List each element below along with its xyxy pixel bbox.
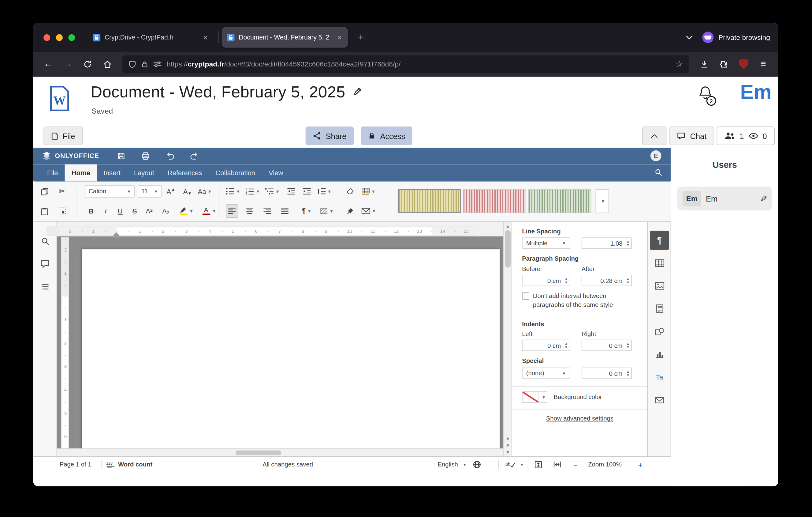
align-right-icon[interactable]	[261, 204, 273, 218]
style-preview-heading2[interactable]	[528, 189, 591, 213]
change-case-icon[interactable]: Aa▼	[198, 185, 212, 198]
spin-up-icon[interactable]: ▲	[626, 240, 630, 243]
rename-pencil-icon[interactable]: ✎	[352, 86, 361, 99]
url-bar[interactable]: https://cryptpad.fr/doc/#/3/doc/edit/ff0…	[122, 55, 689, 73]
chart-settings-icon[interactable]	[650, 345, 669, 364]
textart-settings-icon[interactable]: Ta	[650, 368, 669, 387]
copy-icon[interactable]	[38, 185, 51, 198]
font-color-caret-icon[interactable]: ▼	[210, 204, 216, 218]
mailmerge-icon[interactable]	[650, 390, 669, 410]
multilevel-list-icon[interactable]: ▼	[265, 185, 280, 198]
vertical-ruler[interactable]: 21123456	[61, 237, 69, 448]
previous-page-icon[interactable]: ▲	[504, 436, 512, 440]
close-window-button[interactable]	[44, 34, 50, 41]
save-icon[interactable]	[114, 151, 129, 161]
strikeout-icon[interactable]: S	[128, 204, 141, 218]
navigation-icon[interactable]	[38, 279, 52, 294]
copy-style-icon[interactable]	[344, 204, 356, 218]
font-size-select[interactable]: 11▼	[138, 185, 162, 197]
background-color-swatch[interactable]	[522, 391, 539, 403]
spin-down-icon[interactable]: ▼	[626, 345, 630, 349]
show-advanced-settings-link[interactable]: Show advanced settings	[512, 415, 647, 422]
language-select[interactable]: English▼	[437, 457, 467, 472]
reload-icon[interactable]	[79, 55, 96, 73]
align-center-icon[interactable]	[243, 204, 256, 218]
indent-left-spinner[interactable]: 0 cm ▲ ▼	[522, 340, 570, 351]
spacing-before-spinner[interactable]: 0 cm ▲ ▼	[522, 275, 570, 286]
close-tab-icon[interactable]: ×	[202, 33, 209, 42]
menu-file[interactable]: File	[40, 164, 64, 182]
horizontal-scroll-thumb[interactable]	[236, 451, 281, 455]
style-preview-normal[interactable]	[398, 189, 461, 213]
tracking-protection-shield-icon[interactable]	[128, 60, 136, 68]
menu-references[interactable]: References	[161, 164, 209, 182]
line-spacing-spinner[interactable]: 1.08 ▲ ▼	[582, 237, 632, 249]
search-icon[interactable]	[38, 234, 52, 248]
home-icon[interactable]	[98, 55, 116, 73]
back-icon[interactable]: ←	[39, 55, 57, 73]
no-interval-checkbox[interactable]	[522, 293, 529, 300]
nonprinting-characters-icon[interactable]: ¶▼	[300, 204, 313, 218]
word-count-button[interactable]: 123 Word count	[106, 457, 152, 472]
decrease-indent-icon[interactable]	[285, 185, 297, 198]
highlight-color-caret-icon[interactable]: ▼	[187, 204, 194, 218]
downloads-icon[interactable]	[695, 55, 713, 73]
spin-down-icon[interactable]: ▼	[564, 280, 568, 284]
indent-right-spinner[interactable]: 0 cm ▲ ▼	[582, 340, 632, 351]
page-indicator[interactable]: Page 1 of 1	[60, 457, 91, 472]
scroll-up-icon[interactable]: ▲	[504, 224, 512, 228]
increase-indent-icon[interactable]	[300, 185, 313, 198]
menu-insert[interactable]: Insert	[97, 164, 127, 182]
menu-home[interactable]: Home	[64, 164, 97, 182]
menu-view[interactable]: View	[262, 164, 290, 182]
bold-icon[interactable]: B	[85, 204, 97, 218]
search-icon[interactable]	[655, 168, 662, 176]
menu-layout[interactable]: Layout	[127, 164, 161, 182]
spin-up-icon[interactable]: ▲	[626, 370, 630, 373]
menu-icon[interactable]: ≡	[754, 55, 772, 73]
background-color-caret-icon[interactable]: ▼	[539, 391, 547, 403]
numbering-icon[interactable]: 123▼	[245, 185, 260, 198]
next-page-icon[interactable]: ▼	[504, 443, 512, 448]
document-language-icon[interactable]	[473, 457, 481, 472]
horizontal-scrollbar[interactable]	[57, 448, 503, 456]
spellcheck-icon[interactable]: ab ▼	[505, 457, 524, 472]
bullets-icon[interactable]: ▼	[226, 185, 240, 198]
share-button[interactable]: Share	[306, 127, 354, 145]
paragraph-settings-icon[interactable]: ¶	[650, 230, 669, 250]
ublock-icon[interactable]	[735, 55, 753, 73]
fit-page-icon[interactable]	[534, 457, 542, 472]
vertical-scrollbar[interactable]: ▲ ▲ ▼ ▼	[503, 222, 512, 456]
table-settings-icon[interactable]	[650, 253, 669, 273]
headerfooter-settings-icon[interactable]	[650, 299, 669, 319]
extensions-icon[interactable]	[715, 55, 733, 73]
align-left-icon[interactable]	[226, 204, 238, 218]
scroll-down-icon[interactable]: ▼	[504, 450, 512, 455]
vertical-scroll-thumb[interactable]	[505, 230, 511, 268]
zoom-out-button[interactable]: −	[573, 457, 578, 472]
spin-up-icon[interactable]: ▲	[564, 277, 568, 280]
account-avatar[interactable]: Em	[740, 81, 772, 104]
paste-icon[interactable]	[38, 204, 51, 218]
italic-icon[interactable]: I	[99, 204, 112, 218]
image-settings-icon[interactable]	[650, 276, 669, 296]
access-button[interactable]: Access	[361, 127, 412, 145]
increase-font-icon[interactable]: A▲	[165, 185, 177, 198]
style-preview-heading[interactable]	[463, 189, 526, 213]
mail-merge-icon[interactable]: ▼	[361, 204, 376, 218]
tab-document[interactable]: Document - Wed, February 5, 2 ×	[222, 27, 348, 48]
notifications-button[interactable]: 2	[698, 85, 719, 108]
horizontal-ruler[interactable]: 21123456789101112131415	[47, 226, 476, 236]
new-tab-button[interactable]: +	[353, 29, 369, 45]
special-spinner[interactable]: 0 cm ▲ ▼	[582, 368, 632, 379]
members-button[interactable]: 1 0	[717, 127, 775, 145]
superscript-icon[interactable]: A²	[143, 204, 155, 218]
cell-shading-icon[interactable]: ▼	[361, 185, 375, 198]
decrease-font-icon[interactable]: A▼	[181, 185, 194, 198]
user-list-item[interactable]: Em Em ✎	[677, 187, 772, 211]
lock-icon[interactable]	[141, 60, 148, 68]
maximize-window-button[interactable]	[68, 34, 75, 41]
cut-icon[interactable]: ✂	[56, 185, 68, 198]
chat-button[interactable]: Chat	[669, 127, 714, 145]
redo-icon[interactable]	[186, 151, 202, 161]
